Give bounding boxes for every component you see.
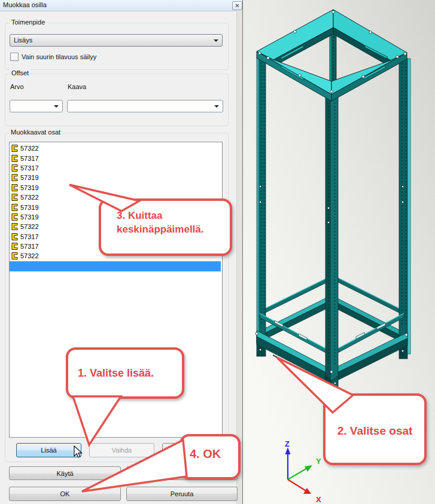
group-toimenpide-label: Toimenpide — [10, 19, 47, 26]
axis-x-label: X — [316, 495, 321, 504]
operation-combobox[interactable]: Lisäys — [10, 34, 223, 47]
rack-front-post[interactable] — [326, 96, 338, 398]
part-id: 57319 — [20, 213, 39, 221]
part-icon — [11, 223, 18, 230]
list-item[interactable]: 57322 — [10, 143, 222, 153]
arvo-combobox[interactable] — [10, 100, 63, 112]
part-icon — [11, 194, 18, 201]
ok-button[interactable]: OK — [9, 487, 121, 501]
part-id: 57319 — [20, 184, 39, 191]
list-item[interactable]: 57317 — [10, 153, 222, 163]
part-id: 57322 — [20, 194, 39, 201]
axis-y-label: Y — [316, 457, 321, 466]
kaava-combobox[interactable] — [67, 100, 223, 112]
part-icon — [11, 213, 18, 221]
part-icon — [11, 164, 18, 172]
group-offset-label: Offset — [10, 69, 31, 77]
axis-triad: Z Y X — [285, 439, 321, 504]
chevron-down-icon — [214, 39, 218, 42]
callout-step1: 1. Valitse lisää. — [66, 347, 184, 399]
chevron-down-icon — [54, 105, 59, 108]
rack-right-post[interactable] — [399, 59, 410, 359]
app-screen: Muokkaa osilla × Toimenpide Lisäys Vain … — [0, 0, 435, 504]
part-icon — [11, 233, 18, 240]
callout-step3: 3. Kuittaa keskinäppäimellä. — [99, 198, 232, 256]
keep-largest-volume-label: Vain suurin tilavuus säilyy — [22, 53, 96, 60]
part-icon — [11, 145, 18, 152]
part-id: 57319 — [20, 204, 39, 211]
close-icon[interactable]: × — [232, 1, 242, 10]
axis-z-label: Z — [285, 439, 290, 448]
part-id: 57317 — [20, 164, 39, 172]
kayta-button[interactable]: Käytä — [9, 466, 121, 480]
arvo-label: Arvo — [10, 83, 24, 90]
part-icon — [11, 243, 18, 250]
chevron-down-icon — [214, 105, 219, 108]
peruuta-button[interactable]: Peruuta — [126, 487, 238, 501]
callout-step4: 4. OK — [180, 434, 241, 479]
part-icon — [11, 155, 18, 162]
part-id: 57319 — [20, 174, 39, 181]
part-icon — [11, 204, 18, 211]
selected-row[interactable] — [10, 261, 221, 271]
operation-value: Lisäys — [14, 36, 32, 44]
part-id: 57317 — [20, 243, 39, 250]
part-icon — [11, 252, 18, 259]
list-item[interactable]: 57319 — [10, 183, 222, 193]
callout-step2: 2. Valitse osat — [323, 393, 427, 465]
part-id: 57317 — [20, 233, 39, 240]
keep-largest-volume-checkbox[interactable] — [10, 53, 19, 61]
vaihda-button[interactable]: Vaihda — [89, 443, 154, 457]
part-id: 57322 — [20, 252, 39, 259]
dialog-title: Muokkaa osilla — [3, 1, 47, 8]
group-parts-label: Muokkaavat osat — [9, 129, 62, 136]
part-icon — [11, 184, 18, 191]
part-id: 57317 — [20, 155, 39, 162]
kaava-label: Kaava — [68, 83, 86, 90]
list-item[interactable]: 57317 — [10, 163, 222, 173]
part-icon — [11, 174, 18, 181]
part-id: 57322 — [20, 223, 39, 230]
list-item[interactable]: 57319 — [10, 173, 222, 182]
part-id: 57322 — [20, 145, 39, 152]
rack-left-post[interactable] — [257, 57, 266, 356]
lisaa-button[interactable]: Lisää — [16, 443, 81, 457]
